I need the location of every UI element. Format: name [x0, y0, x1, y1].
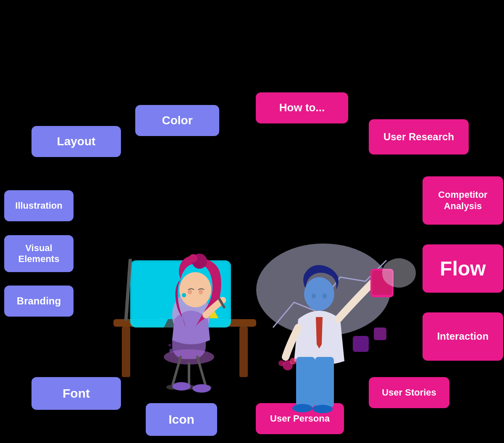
svg-point-37 [312, 405, 333, 413]
svg-point-40 [169, 349, 173, 353]
svg-rect-29 [296, 357, 315, 407]
svg-point-33 [323, 294, 327, 299]
interaction-label: Interaction [437, 330, 489, 343]
user-research-label: User Research [383, 131, 454, 143]
svg-rect-2 [122, 327, 130, 377]
svg-point-43 [290, 358, 297, 364]
competitor-analysis-label: Competitor Analysis [438, 189, 487, 212]
layout-label: Layout [57, 134, 96, 149]
svg-point-41 [168, 344, 171, 346]
user-research-tag[interactable]: User Research [369, 119, 469, 155]
svg-marker-28 [316, 317, 323, 349]
svg-point-44 [278, 360, 284, 366]
branding-tag[interactable]: Branding [4, 286, 74, 317]
svg-point-22 [188, 289, 192, 294]
competitor-analysis-tag[interactable]: Competitor Analysis [423, 176, 503, 225]
svg-rect-3 [239, 327, 248, 377]
interaction-tag[interactable]: Interaction [423, 312, 503, 361]
svg-rect-39 [374, 328, 386, 340]
svg-point-26 [172, 382, 191, 391]
svg-point-21 [189, 254, 197, 262]
branding-label: Branding [17, 295, 61, 307]
illustration-tag[interactable]: Illustration [4, 190, 74, 221]
svg-point-23 [199, 289, 203, 294]
illustration-label: Illustration [15, 200, 62, 211]
how-to-tag[interactable]: How to... [256, 92, 348, 123]
svg-rect-30 [315, 357, 334, 407]
svg-rect-38 [353, 336, 369, 352]
visual-elements-tag[interactable]: Visual Elements [4, 235, 74, 272]
svg-point-24 [182, 293, 186, 297]
flow-tag[interactable]: Flow [423, 244, 503, 293]
svg-point-36 [292, 404, 312, 412]
svg-line-7 [126, 260, 130, 319]
svg-point-19 [179, 272, 211, 307]
svg-point-27 [192, 384, 211, 393]
flow-label: Flow [440, 257, 486, 281]
main-illustration [80, 151, 424, 420]
svg-point-31 [304, 277, 334, 311]
svg-point-32 [312, 294, 316, 299]
color-tag[interactable]: Color [135, 105, 219, 136]
how-to-label: How to... [279, 101, 325, 114]
color-label: Color [162, 113, 192, 128]
visual-elements-label: Visual Elements [18, 243, 60, 265]
